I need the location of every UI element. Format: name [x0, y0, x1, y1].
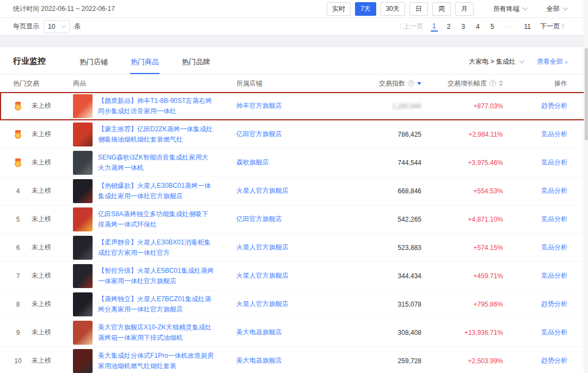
product-title-link[interactable]: 【颜质新品】帅丰T1-8B-90ST左蒸右烤同步集成灶语音家用一体灶 — [98, 96, 215, 116]
analysis-action-link[interactable]: 竞品分析 — [541, 215, 567, 223]
shop-link[interactable]: 火星人官方旗舰店 — [236, 300, 289, 308]
info-icon[interactable] — [408, 80, 414, 87]
product-title-link[interactable]: 【智控升级】火星人E5BC01集成灶蒸烤一体家用一体灶官方旗舰店 — [98, 266, 215, 286]
analysis-action-link[interactable]: 竞品分析 — [541, 243, 567, 251]
product-thumbnail[interactable] — [73, 264, 93, 288]
shop-cell: 火星人官方旗舰店 — [236, 186, 362, 195]
shop-link[interactable]: 亿田官方旗舰店 — [236, 130, 282, 138]
product-thumbnail[interactable] — [73, 207, 93, 231]
range-button-week[interactable]: 周 — [432, 2, 451, 16]
analysis-action-link[interactable]: 竞品分析 — [541, 272, 567, 279]
product-thumbnail[interactable] — [73, 151, 93, 175]
product-thumbnail[interactable] — [73, 349, 93, 373]
analysis-action-link[interactable]: 竞品分析 — [541, 187, 567, 194]
analysis-action-link[interactable]: 竞品分析 — [541, 158, 567, 166]
table-row: 3 未上榜 SENG森歌i3ZK智能语音集成灶家用大火力蒸烤一体机 森歌旗舰店 … — [0, 149, 588, 177]
sort-index-control[interactable] — [417, 82, 421, 85]
product-title-link[interactable]: 美大集成灶分体式F1Pro一体机改造厨房家用油烟机燃气灶烟灶套装 — [98, 351, 215, 371]
action-cell: 竞品分析 — [503, 243, 567, 252]
shop-link[interactable]: 火星人官方旗舰店 — [236, 187, 289, 194]
page-ellipsis[interactable]: ··· — [504, 22, 515, 32]
product-thumbnail[interactable] — [73, 292, 93, 316]
info-icon[interactable] — [489, 80, 496, 87]
sort-desc-icon — [499, 84, 503, 87]
analysis-action-link[interactable]: 竞品分析 — [541, 130, 567, 138]
product-thumbnail[interactable] — [73, 179, 93, 203]
panel-header: 行业监控 热门店铺 热门商品 热门品牌 大家电 > 集成灶 查看全部 › — [0, 47, 588, 75]
growth-cell: +13,936.71% — [421, 329, 503, 337]
product-title-link[interactable]: 亿田S8A蒸烤独立多功能集成灶侧吸下排蒸烤一体式环保灶 — [98, 209, 215, 229]
product-thumbnail[interactable] — [73, 123, 93, 146]
table-row: 6 未上榜 【柔声静音】火星人E30BX01消毒柜集成灶官方家用一体灶官方 火星… — [0, 234, 588, 262]
analysis-action-link[interactable]: 竞品分析 — [541, 328, 567, 336]
product-title-link[interactable]: 【蒙主推荐】亿田D2ZK蒸烤一体集成灶侧吸抽油烟机烟灶套装燃气灶 — [98, 124, 215, 144]
range-button-day[interactable]: 日 — [409, 2, 428, 16]
action-cell: 竞品分析 — [503, 186, 567, 195]
shop-link[interactable]: 火星人官方旗舰店 — [236, 272, 289, 279]
growth-cell: +795.86% — [421, 301, 503, 308]
range-button-month[interactable]: 月 — [455, 2, 474, 16]
page-button-4[interactable]: 4 — [474, 22, 481, 32]
scrollbar[interactable] — [584, 0, 588, 373]
shop-link[interactable]: 火星人官方旗舰店 — [236, 243, 289, 251]
table-header: 热门交易 商品 所属店铺 交易指数 交易增长幅度 操作 — [0, 75, 588, 92]
page-button-1[interactable]: 1 — [431, 21, 438, 32]
unranked-label: 未上榜 — [32, 158, 51, 167]
header-index: 交易指数 — [362, 79, 421, 88]
rank-number: 5 — [13, 216, 23, 223]
product-cell: 美大集成灶分体式F1Pro一体机改造厨房家用油烟机燃气灶烟灶套装 — [73, 349, 236, 373]
growth-cell: +554.53% — [421, 187, 503, 195]
page-button-11[interactable]: 11 — [523, 22, 532, 32]
product-cell: 【智控升级】火星人E5BC01集成灶蒸烤一体家用一体灶官方旗舰店 — [73, 264, 236, 288]
shop-link[interactable]: 帅丰官方旗舰店 — [236, 102, 282, 109]
product-thumbnail[interactable] — [73, 321, 93, 345]
shop-link[interactable]: 美大电器旗舰店 — [236, 357, 282, 364]
page-button-2[interactable]: 2 — [445, 22, 452, 32]
shop-link[interactable]: 森歌旗舰店 — [236, 158, 269, 166]
action-cell: 竞品分析 — [503, 158, 567, 167]
sort-asc-icon — [499, 80, 503, 83]
scope-dropdown[interactable]: 全部 — [547, 4, 567, 14]
unranked-label: 未上榜 — [32, 299, 51, 309]
table-row: 10 未上榜 美大集成灶分体式F1Pro一体机改造厨房家用油烟机燃气灶烟灶套装 … — [0, 347, 588, 373]
unranked-label: 未上榜 — [32, 356, 51, 365]
range-button-7d[interactable]: 7天 — [355, 2, 376, 16]
page-button-3[interactable]: 3 — [460, 22, 467, 32]
product-title-link[interactable]: 美大官方旗舰店X10-ZK天猫精灵集成灶蒸烤箱一体家用下排式油烟机 — [98, 322, 215, 343]
page-button-5[interactable]: 5 — [489, 22, 496, 32]
table-row: 1 未上榜 【颜质新品】帅丰T1-8B-90ST左蒸右烤同步集成灶语音家用一体灶… — [0, 92, 588, 120]
growth-value: +2,984.11% — [469, 131, 504, 138]
growth-cell: +4,871.10% — [421, 216, 503, 223]
tab-hot-shops[interactable]: 热门店铺 — [79, 57, 108, 74]
product-thumbnail[interactable] — [73, 94, 93, 118]
prev-page-button[interactable]: 〈 上一页 — [396, 22, 423, 31]
product-title-link[interactable]: 【柔声静音】火星人E30BX01消毒柜集成灶官方家用一体灶官方 — [98, 237, 215, 258]
shop-link[interactable]: 亿田官方旗舰店 — [236, 215, 282, 223]
range-button-30d[interactable]: 30天 — [381, 2, 405, 16]
analysis-action-link[interactable]: 趋势分析 — [541, 300, 567, 308]
range-button-realtime[interactable]: 实时 — [327, 2, 351, 16]
per-page-select[interactable]: 10 — [44, 20, 70, 33]
unranked-label: 未上榜 — [32, 130, 51, 139]
product-cell: 【颜质新品】帅丰T1-8B-90ST左蒸右烤同步集成灶语音家用一体灶 — [73, 94, 236, 118]
sort-growth-control[interactable] — [499, 80, 503, 87]
tab-hot-products[interactable]: 热门商品 — [131, 57, 159, 74]
product-cell: 【热销爆款】火星人E30BC01蒸烤一体集成灶家用一体灶官方旗舰店 — [73, 179, 236, 203]
view-all-link[interactable]: 查看全部 › — [537, 57, 567, 66]
analysis-action-link[interactable]: 趋势分析 — [541, 357, 567, 364]
analysis-action-link[interactable]: 趋势分析 — [541, 102, 567, 109]
terminal-dropdown[interactable]: 所有终端 — [493, 4, 527, 14]
product-title-link[interactable]: 【热销爆款】火星人E30BC01蒸烤一体集成灶家用一体灶官方旗舰店 — [98, 181, 215, 201]
next-page-button[interactable]: 下一页 〉 — [540, 22, 567, 31]
action-cell: 趋势分析 — [503, 101, 567, 111]
product-title-link[interactable]: SENG森歌i3ZK智能语音集成灶家用大火力蒸烤一体机 — [98, 152, 215, 173]
product-title-link[interactable]: 【蒸烤独立】火星人E7BCZ01集成灶蒸烤分离家用一体灶官方旗舰店 — [98, 294, 215, 314]
product-thumbnail[interactable] — [73, 236, 93, 260]
per-page-value: 10 — [48, 23, 55, 30]
growth-cell: +2,503.99% — [421, 357, 503, 365]
rank-cell: 4 未上榜 — [13, 186, 73, 195]
scrollbar-thumb[interactable] — [585, 48, 588, 140]
shop-link[interactable]: 美大电器旗舰店 — [236, 328, 282, 336]
category-picker[interactable]: 大家电 > 集成灶 — [469, 57, 524, 66]
tab-hot-brands[interactable]: 热门品牌 — [182, 57, 210, 74]
